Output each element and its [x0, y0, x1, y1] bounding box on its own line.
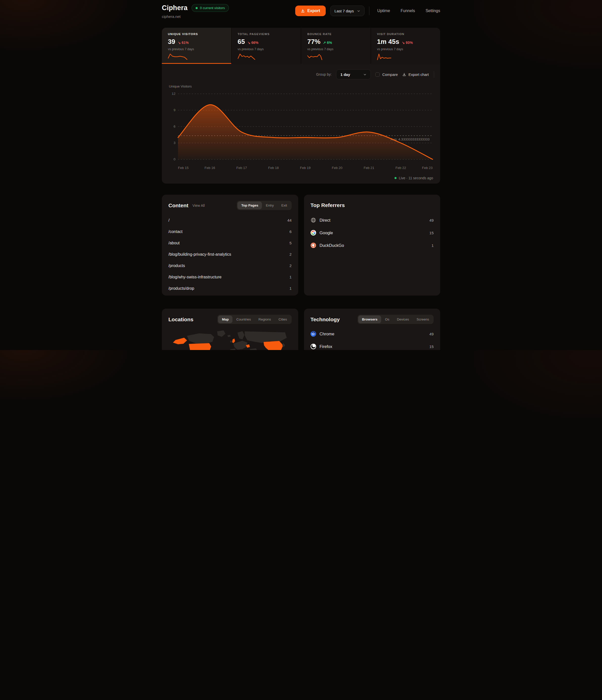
header-divider: [369, 6, 369, 15]
locations-card: Locations MapCountriesRegionsCities: [162, 309, 298, 350]
compare-toggle[interactable]: Compare: [375, 72, 398, 77]
page-path: /blog/building-privacy-first-analytics: [168, 252, 231, 257]
live-dot-icon: [196, 7, 198, 9]
locations-title: Locations: [168, 317, 193, 323]
content-title: Content: [168, 202, 188, 208]
group-by-label: Group by:: [316, 72, 331, 76]
stat-delta: ↘ 61%: [178, 41, 189, 45]
group-by-select[interactable]: 1 day: [336, 69, 371, 79]
technology-tab-devices[interactable]: Devices: [393, 316, 413, 323]
site-domain: ciphera.net: [162, 15, 229, 19]
stat-card-bounce-rate[interactable]: BOUNCE RATE77%↗ 6%vs previous 7 days: [301, 28, 371, 64]
current-visitors-label: 0 current visitors: [200, 6, 225, 10]
svg-text:6: 6: [173, 125, 175, 128]
content-row[interactable]: /blog/building-privacy-first-analytics 2: [168, 249, 292, 260]
svg-text:9: 9: [173, 108, 175, 112]
stat-card-visit-duration[interactable]: VISIT DURATION1m 45s↘ 93%vs previous 7 d…: [371, 28, 441, 64]
download-icon: [402, 73, 406, 76]
site-title: Ciphera: [162, 4, 187, 12]
stat-comparison-label: vs previous 7 days: [307, 47, 365, 51]
svg-text:Feb 16: Feb 16: [204, 166, 215, 170]
stat-card-total-pageviews[interactable]: TOTAL PAGEVIEWS65↘ 66%vs previous 7 days: [232, 28, 301, 64]
live-status-label: Live · 11 seconds ago: [399, 176, 433, 180]
nav-settings[interactable]: Settings: [426, 8, 440, 13]
svg-text:Feb 22: Feb 22: [396, 166, 406, 170]
content-tab-exit[interactable]: Exit: [278, 201, 291, 209]
content-row[interactable]: /products 2: [168, 260, 292, 271]
world-map[interactable]: [168, 328, 292, 350]
stat-sparkline: [238, 53, 266, 60]
stat-value: 39: [168, 38, 175, 46]
stat-sparkline: [168, 53, 196, 60]
nav-uptime[interactable]: Uptime: [377, 8, 390, 13]
stat-comparison-label: vs previous 7 days: [377, 47, 434, 51]
row-label: DuckDuckGo: [320, 243, 344, 248]
stat-label: UNIQUE VISITORS: [168, 32, 225, 35]
content-row[interactable]: /about 5: [168, 237, 292, 249]
locations-tab-cities[interactable]: Cities: [275, 316, 291, 323]
chart-controls: Group by: 1 day Compare Export chart: [168, 69, 434, 79]
page-count: 5: [290, 241, 292, 245]
page-path: /: [168, 218, 169, 223]
row-count: 15: [429, 231, 434, 235]
nav-funnels[interactable]: Funnels: [401, 8, 415, 13]
referrer-row-google[interactable]: Google 15: [310, 226, 434, 239]
top-bar: Ciphera 0 current visitors ciphera.net E…: [162, 0, 440, 24]
content-tab-entry[interactable]: Entry: [262, 201, 278, 209]
row-label: Firefox: [320, 344, 332, 349]
content-row[interactable]: / 44: [168, 215, 292, 226]
referrers-title: Top Referrers: [310, 202, 345, 208]
view-all-link[interactable]: View All: [192, 203, 205, 207]
stat-label: TOTAL PAGEVIEWS: [238, 32, 295, 35]
content-tab-top-pages[interactable]: Top Pages: [237, 201, 262, 209]
export-button-label: Export: [307, 8, 320, 13]
page-count: 6: [290, 229, 292, 234]
referrers-list: Direct 49 Google 15 DuckDuckGo 1: [310, 214, 434, 252]
technology-tab-screens[interactable]: Screens: [413, 316, 433, 323]
stat-label: BOUNCE RATE: [307, 32, 365, 35]
chart-section: Group by: 1 day Compare Export chart: [162, 64, 440, 183]
referrer-row-duckduckgo[interactable]: DuckDuckGo 1: [310, 239, 434, 252]
globe-icon: [310, 217, 316, 223]
svg-text:Feb 19: Feb 19: [300, 166, 310, 170]
date-range-select[interactable]: Last 7 days: [330, 5, 365, 16]
row-label: Chrome: [320, 332, 334, 336]
technology-tab-os[interactable]: Os: [381, 316, 393, 323]
svg-text:Feb 17: Feb 17: [236, 166, 247, 170]
export-chart-label: Export chart: [408, 72, 429, 77]
technology-card: Technology BrowsersOsDevicesScreens Chro…: [304, 309, 441, 350]
date-range-value: Last 7 days: [334, 9, 354, 13]
row-count: 49: [429, 332, 434, 336]
stat-delta: ↘ 66%: [247, 41, 258, 45]
compare-checkbox[interactable]: [375, 72, 380, 77]
browser-row-firefox[interactable]: Firefox 15: [310, 340, 434, 350]
row-count: 1: [432, 243, 434, 248]
technology-title: Technology: [310, 317, 340, 323]
export-button[interactable]: Export: [295, 5, 326, 16]
stat-value: 77%: [307, 38, 320, 46]
chevron-down-icon: [363, 73, 367, 76]
referrer-row-direct[interactable]: Direct 49: [310, 214, 434, 226]
export-chart-button[interactable]: Export chart: [402, 72, 429, 77]
technology-tab-browsers[interactable]: Browsers: [358, 316, 381, 323]
content-row[interactable]: /products/drop 1: [168, 283, 292, 294]
row-count: 15: [429, 345, 434, 349]
download-icon: [301, 9, 305, 13]
chrome-icon: [310, 331, 316, 336]
locations-tab-regions[interactable]: Regions: [255, 316, 275, 323]
locations-tab-countries[interactable]: Countries: [232, 316, 255, 323]
svg-text:12: 12: [172, 92, 175, 96]
firefox-icon: [310, 344, 316, 349]
stat-card-unique-visitors[interactable]: UNIQUE VISITORS39↘ 61%vs previous 7 days: [162, 28, 231, 64]
locations-tabs: MapCountriesRegionsCities: [217, 315, 292, 324]
locations-tab-map[interactable]: Map: [218, 316, 232, 323]
content-row[interactable]: /blog/why-swiss-infrastructure 1: [168, 271, 292, 283]
page-count: 44: [287, 218, 292, 222]
page-count: 2: [290, 264, 292, 268]
browser-row-chrome[interactable]: Chrome 49: [310, 328, 434, 340]
stat-comparison-label: vs previous 7 days: [168, 47, 225, 51]
page-count: 1: [290, 275, 292, 279]
stat-value: 65: [238, 38, 245, 46]
content-row[interactable]: /contact 6: [168, 226, 292, 237]
unique-visitors-area-chart[interactable]: 036912Avg: 4.333333333333333Feb 15Feb 16…: [168, 89, 434, 173]
